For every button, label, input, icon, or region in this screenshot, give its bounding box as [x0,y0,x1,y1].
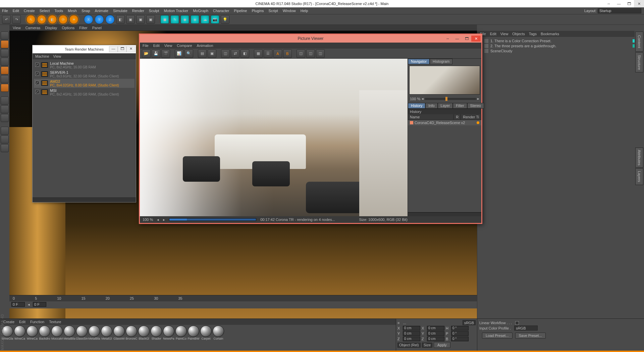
pos-z-field[interactable]: 0 cm [403,337,420,341]
obj-menu-objects[interactable]: Objects [512,32,525,36]
render-settings-icon[interactable]: ▣ [146,15,155,24]
mat-menu-texture[interactable]: Texture [49,320,61,324]
vp-menu-filter[interactable]: Filter [79,26,87,30]
win-min-icon[interactable]: — [614,0,624,7]
generator-icon[interactable]: ◆ [180,15,189,24]
pv-render-view[interactable] [140,59,408,216]
vp-menu-cameras[interactable]: Cameras [25,26,41,30]
tr-close-icon[interactable]: ✕ [126,46,135,52]
axis-z-icon[interactable]: Z [105,15,115,24]
menu-select[interactable]: Select [40,9,50,13]
material-item[interactable]: PaintBW [187,326,200,350]
material-item[interactable]: BlackGl [138,326,150,350]
move-tool-icon[interactable]: ✥ [37,15,46,24]
vp-menu-view[interactable]: View [13,26,21,30]
machine-row[interactable]: ✓MSIPC, 8x2.4GHz, 16.00 GB RAM, (Studio … [34,88,135,97]
pos-x-field[interactable]: 0 cm [403,326,420,331]
mat-menu-edit[interactable]: Edit [19,320,25,324]
pv-auto-a-icon[interactable]: A [273,49,282,58]
pv-menu-compare[interactable]: Compare [177,44,192,48]
menu-snap[interactable]: Snap [82,9,90,13]
menu-tools[interactable]: Tools [54,9,63,13]
menu-pipeline[interactable]: Pipeline [234,9,247,13]
tab-layers[interactable]: Layers [635,168,643,185]
pv-menu-view[interactable]: View [164,44,172,48]
object-row[interactable]: ⊞1. There is a Color Correction Preset. [479,38,642,43]
locked-icon[interactable] [1,135,9,143]
material-item[interactable]: WineCa [14,326,26,350]
material-item[interactable]: WineCa [26,326,38,350]
pv-menu-edit[interactable]: Edit [153,44,160,48]
pv-max-icon[interactable]: 🗖 [462,36,471,42]
rotate-tool-icon[interactable]: ⟳ [58,15,68,24]
material-item[interactable]: Shader [150,326,162,350]
pv-status-play-icon[interactable]: ▸ [163,218,165,222]
material-item[interactable]: NewsPa [163,326,175,350]
pv-tab-layer[interactable]: Layer [438,103,453,109]
pv-stereo3-icon[interactable]: ◫ [316,49,325,58]
environment-icon[interactable]: ☁ [201,15,209,24]
tab-content-browser[interactable]: Content [635,32,643,52]
magnet-icon[interactable] [1,127,9,135]
tr-max-icon[interactable]: 🗖 [118,46,126,52]
pv-col-name[interactable]: Name [408,114,454,120]
timeline-ruler[interactable]: 0 5 10 15 20 25 30 35 [9,295,477,301]
menu-simulate[interactable]: Simulate [113,9,127,13]
machine-row[interactable]: ✓AMD2PC, 8x4.02GHz, 8.00 GB RAM, (Studio… [34,79,135,88]
size-z-field[interactable]: 0 cm [427,337,444,341]
pv-iconify-icon[interactable]: ↔ [443,36,452,42]
tab-structure[interactable]: Structure [635,52,643,72]
rot-h-field[interactable]: 0 ° [451,326,469,331]
material-item[interactable]: GlassWi [113,326,125,350]
apply-button[interactable]: Apply [434,342,450,348]
object-mode-icon[interactable] [1,66,9,74]
machine-row[interactable]: ✓SERVER-1PC, 8x3.6GHz, 32.00 GB RAM, (St… [34,70,135,79]
pv-tab-stereo[interactable]: Stereo [467,103,484,109]
frame-start-field[interactable]: 0 F [11,302,25,307]
menu-script[interactable]: Script [269,9,278,13]
undo-icon[interactable]: ↶ [2,15,11,24]
pv-close-icon[interactable]: ✕ [471,36,481,42]
scale-tool-icon[interactable]: ◧ [48,15,57,24]
machine-checkbox[interactable]: ✓ [35,90,39,94]
size-y-field[interactable]: 0 cm [427,331,444,336]
material-item[interactable]: GlassSin [76,326,88,350]
win-close-icon[interactable]: ✕ [634,0,644,7]
save-preset-button[interactable]: Save Preset... [515,333,546,339]
last-tool-icon[interactable]: ✦ [69,15,78,24]
object-row[interactable]: ⊞2. The three presets are a guidethrough… [479,43,642,48]
material-item[interactable]: Backdro [39,326,51,350]
size-mode-select[interactable]: Size [422,343,432,348]
spline-pen-icon[interactable]: ✎ [170,15,179,24]
timeline[interactable]: 0 5 10 15 20 25 30 35 0 F ◂ 0 F [9,295,477,308]
mat-menu-function[interactable]: Function [30,320,44,324]
machine-checkbox[interactable]: ✓ [35,81,39,85]
menu-edit[interactable]: Edit [13,9,19,13]
model-mode-icon[interactable] [1,40,9,48]
tr-menu-view[interactable]: View [53,54,61,58]
menu-file[interactable]: File [2,9,8,13]
menu-animate[interactable]: Animate [95,9,108,13]
make-editable-icon[interactable] [1,32,9,40]
pv-layer-icon[interactable]: ☰ [264,49,272,58]
select-tool-icon[interactable]: ↖ [26,15,36,24]
pv-tab-navigator[interactable]: Navigator [408,59,430,64]
picture-viewer-window[interactable]: Picture Viewer ↔—🗖✕ File Edit View Compa… [139,34,482,224]
pv-menu-file[interactable]: File [143,44,149,48]
pv-status-prev-icon[interactable]: ◂ [157,218,159,222]
team-render-window[interactable]: Team Render Machines —🗖✕ Machine View ✓L… [32,45,136,202]
material-item[interactable]: Carpet [200,326,212,350]
material-item[interactable]: MetalGl [101,326,113,350]
pv-navigator-thumb[interactable] [409,66,480,95]
pv-stereo2-icon[interactable]: ◫ [306,49,315,58]
mat-menu-create[interactable]: Create [3,320,14,324]
profile-select[interactable]: sRGB [463,320,476,325]
tr-titlebar[interactable]: Team Render Machines —🗖✕ [33,45,136,53]
render-pv-icon[interactable]: ▣ [136,15,145,24]
rot-b-field[interactable]: 0 ° [451,337,469,341]
obj-menu-edit[interactable]: Edit [490,32,496,36]
pv-auto-b-icon[interactable]: B [283,49,292,58]
pv-tab-filter[interactable]: Filter [453,103,467,109]
machine-checkbox[interactable]: ✓ [35,63,39,67]
pv-titlebar[interactable]: Picture Viewer ↔—🗖✕ [140,35,481,43]
